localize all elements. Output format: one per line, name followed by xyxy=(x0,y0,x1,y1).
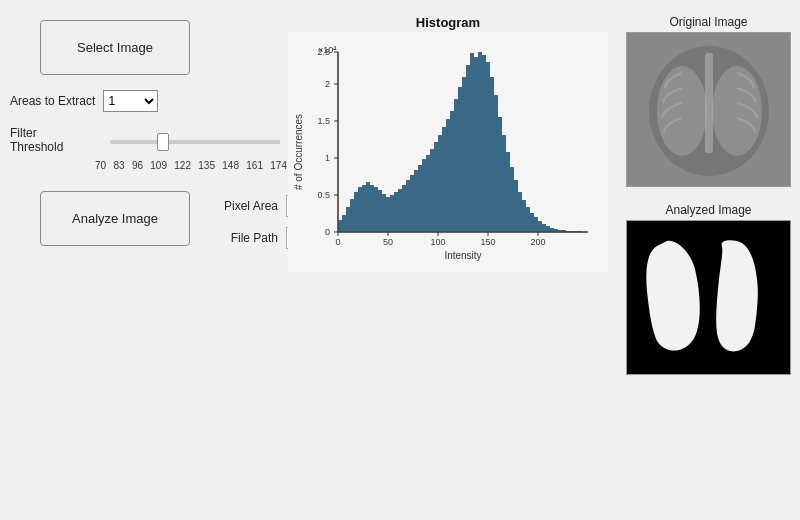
svg-rect-70 xyxy=(510,167,514,232)
svg-rect-38 xyxy=(382,194,386,232)
tick-96: 96 xyxy=(132,160,143,171)
svg-text:# of Occurrences: # of Occurrences xyxy=(293,114,304,190)
svg-rect-56 xyxy=(454,99,458,232)
tick-148: 148 xyxy=(222,160,239,171)
svg-rect-62 xyxy=(478,52,482,232)
svg-rect-73 xyxy=(522,200,526,232)
svg-text:100: 100 xyxy=(430,237,445,247)
svg-rect-31 xyxy=(354,192,358,232)
svg-rect-43 xyxy=(402,185,406,232)
svg-rect-52 xyxy=(438,135,442,232)
tick-109: 109 xyxy=(150,160,167,171)
svg-rect-55 xyxy=(450,111,454,232)
svg-rect-30 xyxy=(350,199,354,232)
svg-rect-61 xyxy=(474,57,478,232)
analyzed-xray-image xyxy=(626,220,791,375)
svg-rect-82 xyxy=(558,230,562,232)
svg-rect-75 xyxy=(530,213,534,232)
svg-rect-37 xyxy=(378,190,382,232)
tick-161: 161 xyxy=(246,160,263,171)
svg-rect-46 xyxy=(414,170,418,232)
svg-rect-48 xyxy=(422,159,426,232)
analyzed-image-label: Analyzed Image xyxy=(665,203,751,217)
svg-rect-34 xyxy=(366,182,370,232)
filter-threshold-section: Filter Threshold 70 83 96 109 122 135 14… xyxy=(10,126,280,171)
svg-rect-72 xyxy=(518,192,522,232)
svg-rect-81 xyxy=(554,229,558,232)
svg-rect-78 xyxy=(542,224,546,232)
svg-rect-67 xyxy=(498,117,502,232)
histogram-title: Histogram xyxy=(416,15,480,30)
original-xray-image xyxy=(626,32,791,187)
analyze-image-button[interactable]: Analyze Image xyxy=(40,191,190,246)
svg-rect-59 xyxy=(466,65,470,232)
tick-174: 174 xyxy=(270,160,287,171)
tick-70: 70 xyxy=(95,160,106,171)
tick-83: 83 xyxy=(113,160,124,171)
svg-point-92 xyxy=(712,66,762,156)
areas-label: Areas to Extract xyxy=(10,94,95,108)
svg-rect-93 xyxy=(705,53,713,153)
svg-rect-53 xyxy=(442,127,446,232)
svg-rect-83 xyxy=(562,230,566,232)
svg-rect-44 xyxy=(406,180,410,232)
analyzed-image-section: Analyzed Image xyxy=(616,203,800,375)
original-image-section: Original Image xyxy=(616,15,800,187)
tick-122: 122 xyxy=(174,160,191,171)
svg-text:Intensity: Intensity xyxy=(444,250,481,261)
svg-rect-42 xyxy=(398,189,402,232)
histogram-container: # of Occurrences ×10⁴ 0 0.5 1 1.5 2 2.5 xyxy=(288,32,608,272)
svg-rect-45 xyxy=(410,175,414,232)
svg-rect-85 xyxy=(570,231,574,232)
svg-rect-69 xyxy=(506,152,510,232)
svg-rect-57 xyxy=(458,87,462,232)
svg-rect-32 xyxy=(358,187,362,232)
tick-135: 135 xyxy=(198,160,215,171)
center-panel: Histogram # of Occurrences ×10⁴ 0 0.5 1 … xyxy=(288,10,608,510)
svg-rect-28 xyxy=(342,215,346,232)
svg-rect-27 xyxy=(338,220,342,232)
areas-to-extract-row: Areas to Extract 1 2 3 4 xyxy=(10,90,280,112)
file-path-label: File Path xyxy=(210,231,278,245)
svg-point-91 xyxy=(657,66,707,156)
svg-rect-47 xyxy=(418,165,422,232)
right-panel: Original Image xyxy=(616,10,800,510)
select-image-button[interactable]: Select Image xyxy=(40,20,190,75)
svg-rect-65 xyxy=(490,77,494,232)
svg-rect-74 xyxy=(526,207,530,232)
svg-rect-71 xyxy=(514,180,518,232)
analyze-row: Analyze Image Pixel Area 1.355e+05 File … xyxy=(10,191,280,249)
svg-rect-84 xyxy=(566,231,570,232)
svg-rect-33 xyxy=(362,185,366,232)
svg-rect-29 xyxy=(346,207,350,232)
svg-rect-40 xyxy=(390,195,394,232)
filter-threshold-slider[interactable] xyxy=(110,140,280,144)
svg-rect-35 xyxy=(370,185,374,232)
svg-rect-87 xyxy=(578,231,582,232)
svg-rect-76 xyxy=(534,217,538,232)
svg-rect-58 xyxy=(462,77,466,232)
svg-rect-80 xyxy=(550,228,554,232)
original-image-label: Original Image xyxy=(669,15,747,29)
svg-text:0: 0 xyxy=(325,227,330,237)
svg-rect-77 xyxy=(538,221,542,232)
svg-text:200: 200 xyxy=(530,237,545,247)
svg-rect-79 xyxy=(546,226,550,232)
svg-text:2.5: 2.5 xyxy=(317,47,330,57)
svg-rect-50 xyxy=(430,149,434,232)
svg-rect-64 xyxy=(486,62,490,232)
svg-rect-68 xyxy=(502,135,506,232)
svg-rect-39 xyxy=(386,197,390,232)
svg-rect-41 xyxy=(394,192,398,232)
svg-rect-60 xyxy=(470,53,474,232)
svg-text:0: 0 xyxy=(335,237,340,247)
svg-text:0.5: 0.5 xyxy=(317,190,330,200)
svg-rect-36 xyxy=(374,187,378,232)
svg-rect-86 xyxy=(574,231,578,232)
svg-text:1: 1 xyxy=(325,153,330,163)
filter-label: Filter Threshold xyxy=(10,126,91,154)
svg-rect-66 xyxy=(494,95,498,232)
areas-select[interactable]: 1 2 3 4 xyxy=(103,90,158,112)
svg-text:2: 2 xyxy=(325,79,330,89)
svg-rect-51 xyxy=(434,142,438,232)
